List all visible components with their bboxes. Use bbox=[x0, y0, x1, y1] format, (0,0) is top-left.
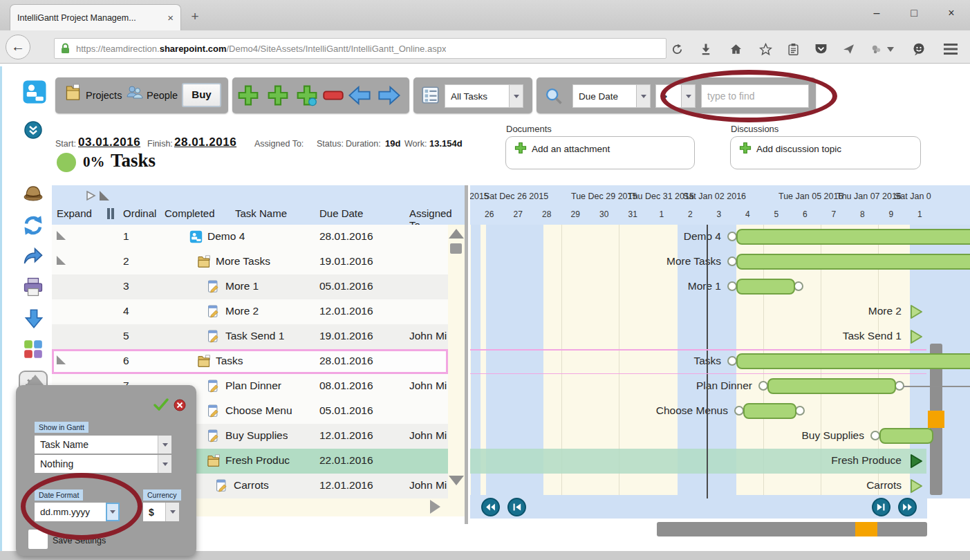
table-row[interactable]: 2More Tasks19.01.2016 bbox=[52, 250, 448, 274]
link-handle-icon[interactable] bbox=[727, 281, 737, 291]
buy-button[interactable]: Buy bbox=[182, 83, 221, 107]
row-collapse-icon[interactable] bbox=[56, 255, 66, 268]
scroll-right-icon[interactable] bbox=[430, 500, 440, 514]
add-attachment-plus-icon[interactable] bbox=[514, 142, 527, 157]
link-handle-icon[interactable] bbox=[727, 232, 737, 241]
gantt-skip-end-button[interactable] bbox=[872, 498, 890, 516]
row-task-name[interactable]: Task Send 1 bbox=[225, 330, 284, 342]
bookmarks-clipboard-icon[interactable] bbox=[784, 40, 802, 58]
splitter-bar-icon[interactable] bbox=[107, 208, 110, 219]
table-row[interactable]: 4More 212.01.2016 bbox=[52, 299, 448, 324]
add-special-task-icon[interactable] bbox=[296, 84, 318, 109]
row-task-name[interactable]: Demo 4 bbox=[207, 230, 245, 243]
row-task-name[interactable]: Buy Supplies bbox=[225, 429, 288, 442]
gantt-bar[interactable] bbox=[767, 378, 896, 394]
people-button[interactable]: People bbox=[147, 90, 178, 101]
row-task-name[interactable]: Carrots bbox=[234, 479, 269, 492]
reload-icon[interactable] bbox=[668, 40, 686, 58]
link-handle-icon[interactable] bbox=[794, 281, 803, 291]
outdent-arrow-icon[interactable] bbox=[348, 86, 371, 108]
gantt-hscroll-thumb[interactable] bbox=[855, 522, 877, 536]
col-completed[interactable]: Completed bbox=[165, 207, 215, 219]
tab-close-icon[interactable]: × bbox=[167, 12, 174, 24]
projects-button[interactable]: Projects bbox=[86, 90, 122, 101]
chevron-down-icon[interactable] bbox=[158, 436, 171, 454]
table-row[interactable]: 5Task Send 119.01.2016John Mi bbox=[52, 324, 448, 349]
pocket-icon[interactable] bbox=[812, 40, 830, 58]
link-handle-icon[interactable] bbox=[727, 256, 737, 266]
col-due-date[interactable]: Due Date bbox=[319, 207, 363, 219]
window-close-button[interactable]: × bbox=[938, 4, 965, 22]
gantt-vscroll-thumb[interactable] bbox=[928, 411, 944, 428]
gantt-hscrollbar[interactable] bbox=[657, 522, 927, 536]
bookmark-star-icon[interactable] bbox=[756, 40, 774, 58]
add-discussion-plus-icon[interactable] bbox=[739, 142, 752, 157]
table-row[interactable]: 1Demo 428.01.2016 bbox=[52, 225, 448, 250]
window-minimize-button[interactable]: – bbox=[863, 4, 890, 22]
search-field-select[interactable]: Due Date bbox=[572, 84, 651, 108]
gantt-skip-start-button[interactable] bbox=[507, 498, 526, 516]
download-icon[interactable] bbox=[697, 40, 715, 58]
table-scroll-thumb[interactable] bbox=[450, 243, 462, 254]
print-icon[interactable] bbox=[23, 277, 44, 299]
table-scrollbar[interactable] bbox=[448, 225, 465, 498]
start-value[interactable]: 03.01.2016 bbox=[78, 136, 140, 149]
continue-arrow-icon[interactable] bbox=[910, 478, 923, 496]
plugin-dropdown-icon[interactable] bbox=[885, 40, 896, 58]
add-attachment-button[interactable]: Add an attachment bbox=[532, 144, 610, 154]
task-filter-select[interactable]: All Tasks bbox=[445, 84, 523, 108]
chevron-down-icon[interactable] bbox=[158, 455, 171, 473]
add-task-icon[interactable] bbox=[237, 84, 259, 109]
row-task-name[interactable]: Plan Dinner bbox=[225, 380, 281, 392]
chat-smiley-icon[interactable] bbox=[910, 40, 928, 58]
gantt-page-right-button[interactable] bbox=[898, 498, 917, 516]
gantt-bar[interactable] bbox=[743, 403, 796, 419]
row-task-name[interactable]: Fresh Produc bbox=[225, 454, 290, 467]
link-handle-icon[interactable] bbox=[758, 381, 768, 391]
collapse-panel-icon[interactable] bbox=[24, 121, 42, 142]
gantt-bar[interactable] bbox=[736, 353, 970, 369]
table-row[interactable]: 3More 105.01.2016 bbox=[52, 274, 448, 299]
link-handle-icon[interactable] bbox=[727, 356, 737, 366]
window-maximize-button[interactable]: □ bbox=[900, 4, 928, 22]
projects-folder-icon[interactable] bbox=[64, 84, 82, 104]
gantt-bar[interactable] bbox=[879, 428, 933, 444]
finish-value[interactable]: 28.01.2016 bbox=[174, 136, 236, 149]
gantt-bar[interactable] bbox=[736, 279, 795, 295]
show-in-gantt-select-2[interactable]: Nothing bbox=[35, 455, 171, 473]
chevron-down-icon[interactable] bbox=[509, 85, 523, 107]
add-discussion-button[interactable]: Add discussion topic bbox=[756, 144, 841, 154]
row-task-name[interactable]: More Tasks bbox=[216, 255, 270, 268]
col-expand[interactable]: Expand bbox=[57, 207, 92, 219]
table-row[interactable]: 6Tasks28.01.2016 bbox=[52, 349, 448, 374]
link-handle-icon[interactable] bbox=[795, 406, 805, 416]
menu-hamburger-icon[interactable] bbox=[942, 40, 960, 58]
col-ordinal[interactable]: Ordinal bbox=[123, 207, 156, 219]
row-collapse-icon[interactable] bbox=[56, 230, 66, 243]
show-in-gantt-select-1[interactable]: Task Name bbox=[35, 436, 171, 454]
sync-icon[interactable] bbox=[23, 215, 44, 239]
new-tab-button[interactable]: + bbox=[185, 8, 205, 26]
delete-task-icon[interactable] bbox=[323, 91, 344, 103]
currency-select[interactable]: $ bbox=[143, 503, 179, 521]
apply-check-icon[interactable] bbox=[153, 398, 169, 413]
collapse-all-icon[interactable] bbox=[99, 190, 110, 204]
row-task-name[interactable]: Tasks bbox=[216, 355, 243, 367]
continue-arrow-dark-icon[interactable] bbox=[910, 454, 923, 472]
people-icon[interactable] bbox=[125, 84, 144, 104]
row-task-name[interactable]: Choose Menu bbox=[225, 404, 292, 417]
continue-arrow-icon[interactable] bbox=[910, 304, 923, 322]
cancel-x-icon[interactable] bbox=[174, 399, 186, 414]
download-tasks-icon[interactable] bbox=[24, 308, 44, 332]
link-handle-icon[interactable] bbox=[734, 406, 744, 416]
link-handle-icon[interactable] bbox=[870, 431, 880, 440]
row-collapse-icon[interactable] bbox=[56, 355, 66, 368]
row-task-name[interactable]: More 2 bbox=[225, 305, 259, 317]
share-icon[interactable] bbox=[23, 246, 44, 270]
hat-icon[interactable] bbox=[23, 183, 44, 205]
back-button[interactable]: ← bbox=[6, 35, 30, 59]
continue-arrow-icon[interactable] bbox=[910, 329, 923, 347]
split-divider[interactable] bbox=[465, 185, 468, 524]
row-task-name[interactable]: More 1 bbox=[225, 280, 259, 292]
home-icon[interactable] bbox=[727, 40, 745, 58]
